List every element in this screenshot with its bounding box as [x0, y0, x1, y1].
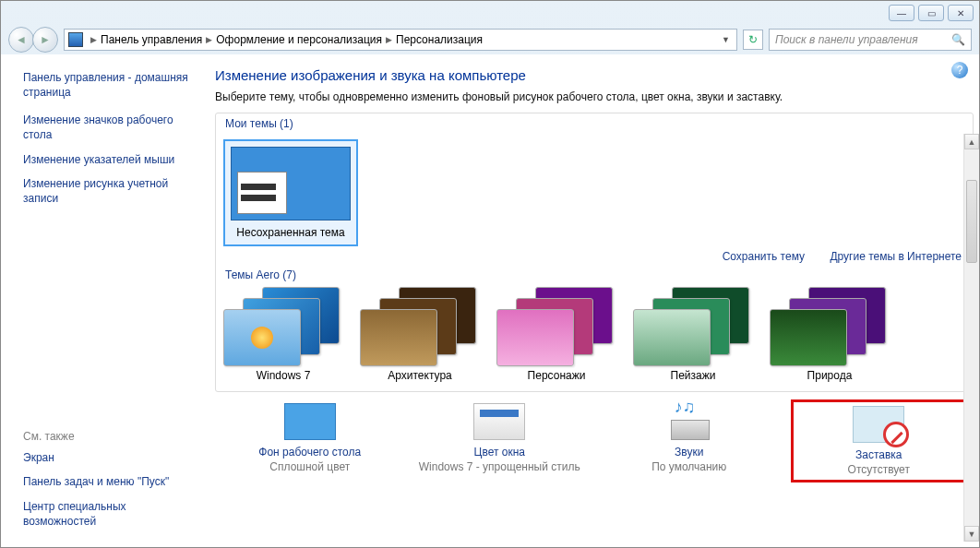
breadcrumb-item[interactable]: Персонализация	[396, 33, 483, 46]
search-icon[interactable]: 🔍	[951, 33, 965, 46]
theme-thumbnail	[496, 287, 616, 366]
theme-thumbnail	[633, 287, 753, 366]
control-panel-home-link[interactable]: Панель управления - домашняя страница	[23, 71, 193, 100]
my-themes-label: Мои темы (1)	[223, 117, 965, 130]
scroll-up-button[interactable]: ▲	[964, 134, 979, 149]
theme-landscapes[interactable]: Пейзажи	[633, 287, 753, 382]
help-icon[interactable]: ?	[951, 62, 968, 78]
theme-thumbnail	[770, 287, 890, 366]
window: — ▭ ✕ ◄ ► ▶ Панель управления ▶ Оформлен…	[0, 0, 980, 548]
setting-value: Windows 7 - упрощенный стиль	[415, 460, 583, 473]
theme-nature[interactable]: Природа	[770, 287, 890, 382]
chevron-down-icon[interactable]: ▼	[719, 35, 733, 44]
chevron-right-icon: ▶	[206, 35, 212, 44]
setting-value: Сплошной цвет	[226, 460, 394, 473]
theme-thumbnail	[223, 287, 343, 366]
toolbar: ◄ ► ▶ Панель управления ▶ Оформление и п…	[1, 25, 979, 54]
aero-themes-label: Темы Aero (7)	[223, 268, 965, 281]
window-color-icon	[473, 403, 525, 440]
themes-group: Мои темы (1) Несохраненная тема Сохранит…	[215, 113, 974, 392]
sidebar-task-account-picture[interactable]: Изменение рисунка учетной записи	[23, 176, 193, 206]
save-theme-link[interactable]: Сохранить тему	[723, 250, 805, 263]
titlebar: — ▭ ✕	[1, 1, 979, 25]
control-panel-icon	[68, 32, 83, 47]
body: Панель управления - домашняя страница Из…	[1, 54, 979, 547]
sidebar-task-mouse-pointers[interactable]: Изменение указателей мыши	[23, 152, 193, 167]
theme-windows7[interactable]: Windows 7	[223, 287, 343, 382]
see-also-label: См. также	[23, 430, 193, 443]
theme-label: Архитектура	[360, 369, 480, 382]
refresh-button[interactable]: ↻	[743, 30, 763, 50]
scroll-down-button[interactable]: ▼	[964, 526, 979, 542]
minimize-button[interactable]: —	[889, 5, 914, 21]
see-also-display[interactable]: Экран	[23, 450, 193, 465]
theme-characters[interactable]: Персонажи	[496, 287, 616, 382]
setting-title: Цвет окна	[415, 446, 583, 459]
setting-value: Отсутствует	[797, 463, 960, 476]
theme-label: Пейзажи	[633, 369, 753, 382]
scrollbar[interactable]: ▲ ▼	[963, 134, 979, 542]
main-content: ? Изменение изображения и звука на компь…	[206, 54, 979, 547]
chevron-right-icon: ▶	[386, 35, 392, 44]
search-placeholder: Поиск в панели управления	[775, 33, 918, 46]
chevron-right-icon: ▶	[90, 35, 97, 44]
desktop-background-icon	[284, 403, 336, 440]
back-button[interactable]: ◄	[8, 27, 34, 53]
aero-themes-row: Windows 7 Архитектура Персонажи Пейзажи	[223, 287, 965, 382]
screensaver-button[interactable]: Заставка Отсутствует	[791, 399, 966, 482]
theme-unsaved[interactable]: Несохраненная тема	[223, 139, 358, 246]
screensaver-icon	[853, 406, 904, 443]
setting-title: Заставка	[797, 448, 960, 461]
desktop-background-button[interactable]: Фон рабочего стола Сплошной цвет	[222, 399, 398, 477]
maximize-button[interactable]: ▭	[918, 5, 944, 21]
forward-button[interactable]: ►	[32, 27, 58, 53]
setting-title: Звуки	[605, 446, 773, 459]
see-also-ease-of-access[interactable]: Центр специальных возможностей	[23, 499, 193, 529]
theme-label: Природа	[770, 369, 890, 382]
sidebar-task-desktop-icons[interactable]: Изменение значков рабочего стола	[23, 113, 193, 142]
theme-links: Сохранить тему Другие темы в Интернете	[223, 246, 965, 263]
theme-architecture[interactable]: Архитектура	[360, 287, 480, 382]
more-themes-link[interactable]: Другие темы в Интернете	[830, 250, 962, 263]
setting-title: Фон рабочего стола	[226, 446, 394, 459]
sounds-icon	[663, 403, 715, 440]
scroll-thumb[interactable]	[966, 180, 977, 263]
window-color-button[interactable]: Цвет окна Windows 7 - упрощенный стиль	[412, 399, 587, 477]
page-subtitle: Выберите тему, чтобы одновременно измени…	[215, 90, 974, 103]
search-input[interactable]: Поиск в панели управления 🔍	[769, 29, 972, 51]
nav-buttons: ◄ ►	[8, 27, 58, 53]
sidebar: Панель управления - домашняя страница Из…	[1, 54, 206, 547]
breadcrumb-item[interactable]: Панель управления	[101, 33, 202, 46]
theme-label: Несохраненная тема	[231, 226, 351, 239]
breadcrumb-item[interactable]: Оформление и персонализация	[216, 33, 382, 46]
close-button[interactable]: ✕	[948, 5, 974, 21]
sounds-button[interactable]: Звуки По умолчанию	[602, 399, 777, 477]
theme-thumbnail	[360, 287, 480, 366]
theme-label: Персонажи	[496, 369, 616, 382]
setting-value: По умолчанию	[605, 460, 773, 473]
theme-label: Windows 7	[223, 369, 343, 382]
bottom-settings-row: Фон рабочего стола Сплошной цвет Цвет ок…	[215, 399, 974, 482]
see-also-taskbar[interactable]: Панель задач и меню "Пуск"	[23, 474, 193, 489]
address-bar[interactable]: ▶ Панель управления ▶ Оформление и персо…	[64, 29, 737, 51]
page-title: Изменение изображения и звука на компьют…	[215, 67, 974, 83]
theme-thumbnail	[231, 147, 351, 220]
